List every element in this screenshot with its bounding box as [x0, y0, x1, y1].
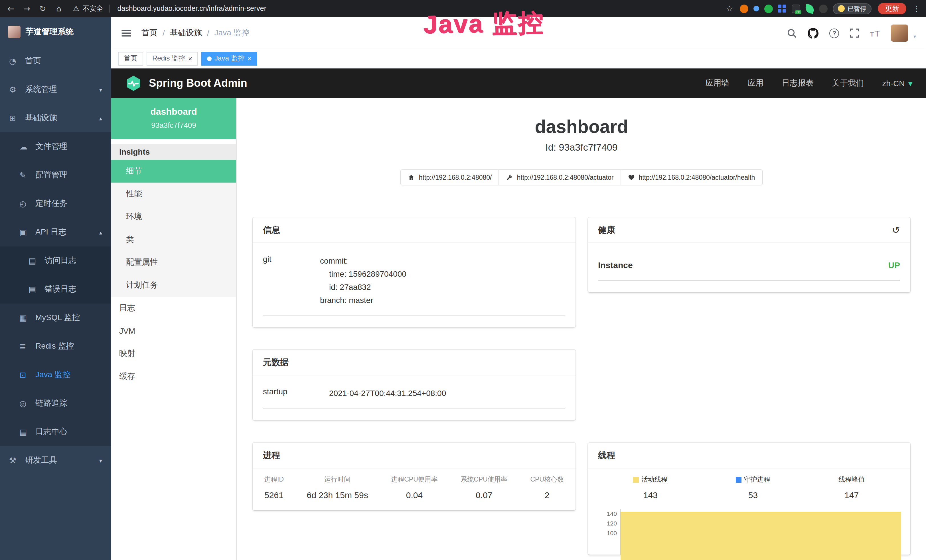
sidebar-item-mysql-monitor[interactable]: ▦ MySQL 监控	[0, 304, 111, 332]
tag-tabs-bar: 首页 Redis 监控 × Java 监控 ×	[111, 49, 926, 68]
github-icon[interactable]	[808, 28, 819, 38]
sidebar-item-api-logs[interactable]: ▣ API 日志 ▴	[0, 218, 111, 247]
page-subtitle: Id: 93a3fc7f7409	[237, 142, 926, 153]
sidebar-item-tracing[interactable]: ◎ 链路追踪	[0, 389, 111, 418]
breadcrumb: 首页 / 基础设施 / Java 监控	[141, 28, 250, 38]
sba-item-mappings[interactable]: 映射	[111, 342, 236, 365]
extension-icon-leaf[interactable]	[805, 4, 815, 14]
spring-boot-admin-logo	[125, 75, 142, 92]
instance-header[interactable]: dashboard 93a3fc7f7409	[111, 98, 236, 139]
sba-item-scheduled-tasks[interactable]: 计划任务	[111, 274, 236, 297]
log-center-icon: ▤	[20, 427, 32, 436]
access-log-icon: ▤	[29, 256, 41, 265]
metadata-card: 元数据 startup 2021-04-27T00:44:31.254+08:0…	[253, 350, 575, 420]
font-size-icon[interactable]: тT	[870, 28, 881, 38]
emoji-face-icon	[838, 5, 845, 12]
sba-nav-journal[interactable]: 日志报表	[782, 78, 814, 88]
user-avatar[interactable]	[891, 24, 908, 42]
sidebar-item-system-management[interactable]: ⚙ 系统管理 ▾	[0, 75, 111, 104]
stat-system-cpu: 系统CPU使用率 0.07	[461, 475, 507, 500]
sidebar-item-config-management[interactable]: ✎ 配置管理	[0, 161, 111, 189]
close-icon[interactable]: ×	[247, 55, 251, 62]
close-icon[interactable]: ×	[188, 55, 192, 62]
threads-legend: 活动线程 143 守护进程 53	[597, 475, 901, 500]
screen: ← → ↻ ⌂ ⚠ 不安全 dashboard.yudao.iocoder.cn…	[0, 0, 926, 560]
endpoint-actuator-url[interactable]: http://192.168.0.2:48080/actuator	[498, 170, 621, 185]
extension-icon-orange[interactable]	[740, 4, 748, 13]
wrench-icon	[506, 174, 513, 181]
security-label: 不安全	[83, 4, 103, 14]
extension-icon-octotree[interactable]	[819, 4, 828, 13]
insights-section-label: Insights	[111, 144, 236, 160]
sidebar-item-java-monitor[interactable]: ⊡ Java 监控	[0, 360, 111, 389]
sidebar-item-redis-monitor[interactable]: ≣ Redis 监控	[0, 332, 111, 360]
infrastructure-icon: ⊞	[9, 114, 22, 123]
api-log-icon: ▣	[20, 228, 32, 237]
tools-icon: ⚒	[9, 456, 22, 465]
back-icon[interactable]: ←	[6, 4, 16, 13]
history-icon[interactable]: ↺	[892, 225, 900, 235]
endpoint-service-url[interactable]: http://192.168.0.2:48080/	[401, 170, 499, 185]
tab-java-monitor[interactable]: Java 监控 ×	[201, 51, 257, 65]
sba-nav-wallboard[interactable]: 应用墙	[705, 78, 729, 88]
chevron-up-icon: ▴	[99, 229, 102, 235]
extension-icon-green[interactable]	[764, 4, 773, 13]
sidebar-item-log-center[interactable]: ▤ 日志中心	[0, 418, 111, 446]
breadcrumb-home[interactable]: 首页	[141, 28, 157, 38]
search-icon[interactable]	[787, 28, 797, 38]
sidebar-item-access-logs[interactable]: ▤ 访问日志	[0, 247, 111, 275]
sidebar-item-file-management[interactable]: ☁ 文件管理	[0, 132, 111, 161]
threads-card: 线程 活动线程 143	[588, 443, 910, 555]
heartbeat-icon	[628, 174, 634, 181]
extensions-cluster: ☆ on 已暂停 更新 ⋮	[724, 3, 921, 14]
sba-nav-links: 应用墙 应用 日志报表 关于我们 zh-CN ▼	[705, 78, 912, 88]
sba-item-metrics[interactable]: 性能	[111, 183, 236, 206]
instance-name: dashboard	[116, 107, 232, 117]
sba-item-config-props[interactable]: 配置属性	[111, 251, 236, 274]
endpoint-health-url[interactable]: http://192.168.0.2:48080/actuator/health	[620, 170, 762, 185]
home-icon[interactable]: ⌂	[54, 4, 64, 13]
security-chip[interactable]: ⚠ 不安全	[73, 4, 112, 14]
tab-home[interactable]: 首页	[118, 51, 143, 65]
sba-item-details[interactable]: 细节	[111, 160, 236, 183]
sba-nav-about[interactable]: 关于我们	[832, 78, 864, 88]
hamburger-icon[interactable]	[121, 30, 131, 36]
breadcrumb-infrastructure[interactable]: 基础设施	[170, 28, 202, 38]
sba-item-classes[interactable]: 类	[111, 228, 236, 251]
sidebar-item-home[interactable]: ◔ 首页	[0, 47, 111, 75]
browser-menu-icon[interactable]: ⋮	[912, 4, 921, 13]
sba-item-environment[interactable]: 环境	[111, 206, 236, 228]
bookmark-star-icon[interactable]: ☆	[724, 4, 735, 13]
forward-icon[interactable]: →	[22, 4, 32, 13]
chevron-down-icon: ▾	[99, 457, 102, 463]
browser-update-button[interactable]: 更新	[878, 3, 906, 14]
chevron-up-icon: ▴	[99, 115, 102, 121]
edit-icon: ✎	[20, 171, 32, 180]
app-logo-row[interactable]: 芋道管理系统	[0, 17, 111, 47]
locale-select[interactable]: zh-CN ▼	[882, 79, 912, 88]
redis-icon: ≣	[20, 342, 32, 351]
sidebar-item-scheduled-jobs[interactable]: ◴ 定时任务	[0, 189, 111, 218]
sidebar-item-error-logs[interactable]: ▤ 错误日志	[0, 275, 111, 304]
tab-redis-monitor[interactable]: Redis 监控 ×	[147, 51, 198, 65]
app-logo	[8, 26, 21, 38]
fullscreen-icon[interactable]	[850, 29, 859, 38]
sba-item-jvm[interactable]: JVM	[111, 319, 236, 342]
cloud-icon: ☁	[20, 142, 32, 151]
sidebar-item-dev-tools[interactable]: ⚒ 研发工具 ▾	[0, 446, 111, 475]
address-bar[interactable]: dashboard.yudao.iocoder.cn/infra/admin-s…	[118, 5, 719, 12]
sba-nav-applications[interactable]: 应用	[747, 78, 763, 88]
sba-item-caches[interactable]: 缓存	[111, 365, 236, 388]
mysql-icon: ▦	[20, 313, 32, 322]
reload-icon[interactable]: ↻	[38, 4, 48, 13]
extension-icon-drop[interactable]	[754, 6, 759, 11]
legend-live-threads: 活动线程 143	[633, 475, 667, 500]
extension-icon-switch-on[interactable]: on	[792, 4, 800, 13]
metadata-row-startup: startup 2021-04-27T00:44:31.254+08:00	[263, 383, 565, 409]
profile-paused-badge[interactable]: 已暂停	[833, 3, 872, 14]
sba-item-logs[interactable]: 日志	[111, 297, 236, 319]
sidebar-item-infrastructure[interactable]: ⊞ 基础设施 ▴	[0, 104, 111, 132]
help-icon[interactable]: ?	[830, 28, 839, 38]
extension-icon-grid[interactable]	[778, 4, 787, 13]
status-badge: UP	[888, 260, 900, 270]
